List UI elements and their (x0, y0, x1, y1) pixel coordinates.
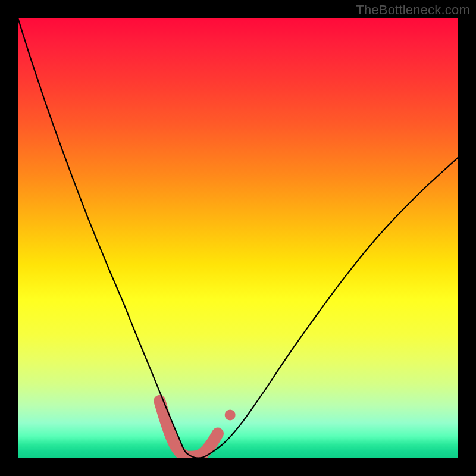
highlight-band (159, 401, 235, 457)
bottleneck-curve (18, 18, 458, 458)
curve-layer (18, 18, 458, 458)
highlight-extra-dot (225, 409, 236, 420)
plot-area (18, 18, 458, 458)
watermark-text: TheBottleneck.com (356, 2, 470, 18)
highlight-stroke (159, 401, 218, 457)
chart-frame: TheBottleneck.com (0, 0, 476, 476)
